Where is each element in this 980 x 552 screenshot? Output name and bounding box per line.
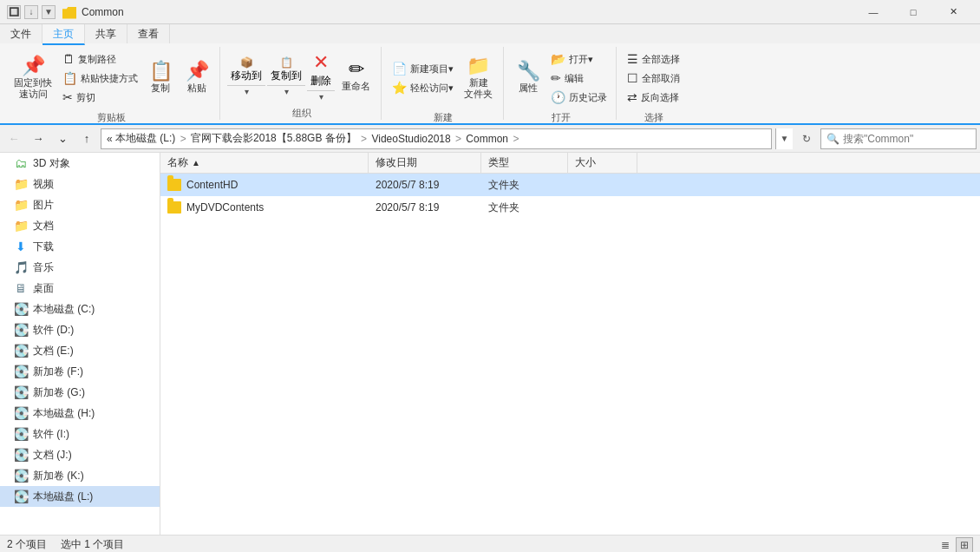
copy-to-icon: 📋 (280, 56, 293, 69)
file-name-text-0: ContentHD (186, 179, 238, 191)
close-button[interactable]: ✕ (933, 0, 973, 24)
list-view-button[interactable]: ≣ (937, 537, 954, 553)
clipboard-items: 📌 固定到快速访问 🗒 复制路径 📋 粘贴快捷方式 ✂ 剪切 (9, 47, 214, 109)
drive-c-icon: 💽 (14, 302, 28, 316)
history-button[interactable]: 🕐 历史记录 (547, 89, 611, 106)
select-all-button[interactable]: ☰ 全部选择 (624, 50, 683, 68)
breadcrumb-dropdown[interactable]: ▼ (775, 128, 793, 149)
sidebar-item-j[interactable]: 💽 文档 (J:) (0, 444, 160, 465)
sidebar-item-pictures[interactable]: 📁 图片 (0, 194, 160, 215)
drive-f-icon: 💽 (14, 365, 28, 378)
sidebar-item-3d[interactable]: 🗂 3D 对象 (0, 153, 160, 174)
copy-to-arrow[interactable]: ▾ (267, 85, 305, 97)
sidebar-label-3d: 3D 对象 (33, 156, 70, 171)
recent-button[interactable]: ⌄ (52, 128, 73, 149)
sidebar-item-k[interactable]: 💽 新加卷 (K:) (0, 465, 160, 486)
sidebar-item-l[interactable]: 💽 本地磁盘 (L:) (0, 486, 160, 507)
move-to-button[interactable]: 📦 移动到 (227, 55, 265, 85)
copy-to-label: 复制到 (271, 69, 302, 83)
file-row-1[interactable]: MyDVDContents 2020/5/7 8:19 文件夹 (160, 196, 980, 219)
delete-arrow[interactable]: ▾ (307, 90, 335, 102)
drive-j-icon: 💽 (14, 448, 28, 462)
group-select: ☰ 全部选择 ☐ 全部取消 ⇄ 反向选择 选择 (618, 47, 689, 120)
col-header-date[interactable]: 修改日期 (369, 153, 481, 173)
sidebar-item-e[interactable]: 💽 文档 (E:) (0, 340, 160, 361)
sidebar-item-downloads[interactable]: ⬇ 下载 (0, 236, 160, 257)
search-box[interactable]: 🔍 (820, 128, 977, 149)
cut-icon: ✂ (62, 90, 73, 104)
tab-view[interactable]: 查看 (127, 24, 170, 43)
rename-button[interactable]: ✏ 重命名 (336, 56, 376, 95)
delete-split: ✕ 删除 ▾ (307, 49, 335, 102)
title-icon-3[interactable]: ▼ (42, 5, 56, 19)
history-label: 历史记录 (569, 91, 607, 104)
col-header-size[interactable]: 大小 (568, 153, 637, 173)
sidebar-item-g[interactable]: 💽 新加卷 (G:) (0, 382, 160, 403)
col-name-label: 名称 (167, 155, 188, 170)
open-label: 打开 (552, 109, 571, 124)
sidebar-item-c[interactable]: 💽 本地磁盘 (C:) (0, 299, 160, 319)
copy-button[interactable]: 📋 复制 (143, 58, 178, 97)
maximize-button[interactable]: □ (893, 0, 933, 24)
sidebar-item-video[interactable]: 📁 视频 (0, 174, 160, 194)
move-to-arrow[interactable]: ▾ (227, 85, 265, 97)
refresh-button[interactable]: ↻ (796, 128, 817, 149)
col-header-name[interactable]: 名称 ▲ (160, 153, 369, 173)
breadcrumb-sep-1: > (177, 133, 189, 145)
select-none-button[interactable]: ☐ 全部取消 (624, 69, 683, 87)
forward-button[interactable]: → (28, 128, 49, 149)
grid-view-button[interactable]: ⊞ (956, 537, 973, 553)
copy-to-button[interactable]: 📋 复制到 (267, 55, 305, 85)
pictures-icon: 📁 (14, 198, 28, 212)
col-header-type[interactable]: 类型 (481, 153, 568, 173)
invert-select-button[interactable]: ⇄ 反向选择 (624, 89, 683, 106)
title-bar: 🔲 ↓ ▼ Common — □ ✕ (0, 0, 980, 24)
back-button[interactable]: ← (3, 128, 24, 149)
tab-share[interactable]: 共享 (85, 24, 127, 43)
group-clipboard: 📌 固定到快速访问 🗒 复制路径 📋 粘贴快捷方式 ✂ 剪切 (3, 47, 220, 120)
paste-shortcut-button[interactable]: 📋 粘贴快捷方式 (59, 69, 141, 87)
sidebar-label-h: 本地磁盘 (H:) (33, 406, 95, 421)
title-icon-2[interactable]: ↓ (24, 5, 38, 19)
title-icon-1[interactable]: 🔲 (7, 5, 21, 19)
edit-button[interactable]: ✏ 编辑 (547, 69, 611, 87)
new-folder-button[interactable]: 📁 新建文件夹 (459, 53, 498, 103)
delete-button[interactable]: ✕ 删除 (307, 49, 335, 90)
minimize-button[interactable]: — (853, 0, 893, 24)
move-to-split: 📦 移动到 ▾ (227, 55, 265, 97)
new-item-label: 新建项目▾ (410, 62, 454, 76)
cut-button[interactable]: ✂ 剪切 (59, 89, 141, 106)
paste-button[interactable]: 📌 粘贴 (180, 58, 214, 97)
status-view-buttons: ≣ ⊞ (937, 537, 973, 553)
new-items: 📄 新建项目▾ ⭐ 轻松访问▾ 📁 新建文件夹 (389, 47, 498, 109)
pin-button[interactable]: 📌 固定到快速访问 (9, 53, 57, 103)
sidebar-item-music[interactable]: 🎵 音乐 (0, 257, 160, 278)
sidebar-item-desktop[interactable]: 🖥 桌面 (0, 278, 160, 299)
copy-path-button[interactable]: 🗒 复制路径 (59, 50, 141, 68)
main-area: 🗂 3D 对象 📁 视频 📁 图片 📁 文档 ⬇ 下载 🎵 音乐 🖥 桌面 💽 (0, 153, 980, 535)
tab-home[interactable]: 主页 (42, 24, 85, 45)
sidebar-item-documents[interactable]: 📁 文档 (0, 215, 160, 236)
select-all-label: 全部选择 (642, 53, 680, 66)
file-row-0[interactable]: ContentHD 2020/5/7 8:19 文件夹 (160, 174, 980, 196)
sidebar-item-h[interactable]: 💽 本地磁盘 (H:) (0, 403, 160, 424)
new-item-button[interactable]: 📄 新建项目▾ (389, 60, 457, 77)
sidebar-item-d[interactable]: 💽 软件 (D:) (0, 319, 160, 340)
breadcrumb[interactable]: « 本地磁盘 (L:) > 官网下载会影2018【5.88GB 备份】 > Vi… (101, 128, 772, 149)
file-name-0: ContentHD (160, 174, 369, 196)
open-button[interactable]: 📂 打开▾ (547, 50, 611, 68)
up-button[interactable]: ↑ (76, 128, 97, 149)
group-organize: 📦 移动到 ▾ 📋 复制到 ▾ ✕ 删除 (222, 47, 382, 120)
properties-button[interactable]: 🔧 属性 (511, 58, 546, 97)
tab-file[interactable]: 文件 (0, 24, 42, 43)
copy-path-icon: 🗒 (62, 52, 75, 66)
sidebar-item-f[interactable]: 💽 新加卷 (F:) (0, 361, 160, 382)
sidebar-item-i[interactable]: 💽 软件 (I:) (0, 424, 160, 444)
sidebar-label-downloads: 下载 (33, 240, 54, 254)
copy-paste-col: 🗒 复制路径 📋 粘贴快捷方式 ✂ 剪切 (59, 47, 141, 109)
select-col: ☰ 全部选择 ☐ 全部取消 ⇄ 反向选择 (624, 47, 683, 109)
search-input[interactable] (843, 133, 970, 145)
easy-access-button[interactable]: ⭐ 轻松访问▾ (389, 79, 457, 96)
breadcrumb-item-1: 本地磁盘 (L:) (115, 131, 175, 146)
sidebar-label-k: 新加卷 (K:) (33, 469, 84, 483)
